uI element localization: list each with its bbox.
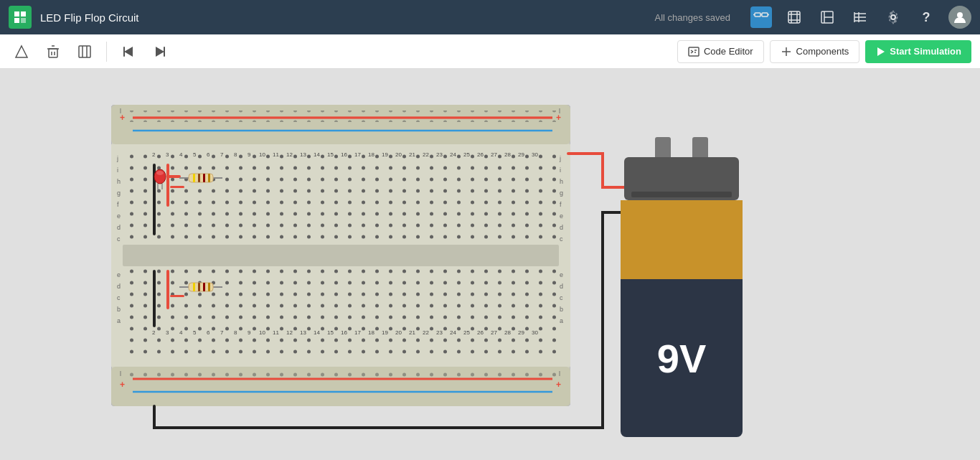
svg-text:+: + (556, 380, 561, 390)
svg-rect-33 (123, 47, 125, 57)
resize-button[interactable] (72, 39, 98, 65)
svg-marker-43 (877, 47, 885, 56)
svg-text:19: 19 (382, 329, 388, 336)
svg-text:28: 28 (504, 329, 511, 336)
user-avatar[interactable] (948, 6, 971, 29)
components-label: Components (796, 46, 849, 57)
breadboard[interactable]: + + l l j i h g f e d c j i h g f e d c … (111, 105, 570, 406)
svg-text:c: c (117, 294, 121, 301)
svg-text:18: 18 (368, 329, 374, 336)
svg-text:j: j (559, 155, 561, 162)
svg-text:h: h (560, 178, 563, 185)
svg-text:29: 29 (518, 329, 524, 336)
code-editor-button[interactable]: Code Editor (677, 40, 764, 63)
svg-text:2: 2 (152, 329, 156, 336)
svg-rect-88 (126, 372, 556, 383)
svg-text:2: 2 (152, 151, 156, 158)
nav-icons: ? (750, 6, 971, 29)
components-button[interactable]: Components (770, 40, 860, 63)
svg-text:16: 16 (341, 329, 347, 336)
svg-text:28: 28 (504, 151, 511, 158)
svg-text:17: 17 (354, 329, 361, 336)
svg-text:26: 26 (477, 151, 484, 158)
add-shape-button[interactable] (9, 39, 34, 65)
svg-text:8: 8 (234, 329, 237, 336)
svg-rect-167 (208, 174, 210, 182)
svg-text:e: e (117, 271, 121, 278)
canvas-area[interactable]: + + l l j i h g f e d c j i h g f e d c … (0, 69, 980, 460)
svg-rect-36 (689, 47, 699, 56)
toolbar: Code Editor Components Start Simulation (0, 34, 980, 69)
svg-text:4: 4 (179, 151, 183, 158)
svg-text:3: 3 (166, 329, 169, 336)
app-logo (9, 6, 32, 29)
svg-text:5: 5 (193, 329, 197, 336)
svg-text:d: d (117, 283, 121, 290)
schematic-icon[interactable] (750, 6, 772, 28)
svg-text:20: 20 (395, 329, 402, 336)
svg-rect-165 (198, 174, 200, 182)
svg-text:22: 22 (423, 329, 429, 336)
svg-text:21: 21 (409, 329, 415, 336)
svg-text:14: 14 (314, 151, 320, 158)
svg-rect-173 (203, 283, 205, 291)
pcb-icon[interactable] (783, 6, 805, 28)
svg-text:19: 19 (382, 151, 388, 158)
svg-text:22: 22 (423, 151, 429, 158)
bom-icon[interactable] (849, 6, 871, 28)
svg-text:h: h (117, 178, 121, 185)
project-title: LED Flip Flop Circuit (40, 11, 646, 24)
svg-text:c: c (560, 294, 563, 301)
svg-text:l: l (120, 108, 121, 115)
svg-rect-152 (166, 164, 169, 207)
svg-text:24: 24 (450, 151, 456, 158)
start-simulation-button[interactable]: Start Simulation (865, 40, 971, 63)
component-list-icon[interactable] (816, 6, 838, 28)
svg-text:7: 7 (220, 329, 224, 336)
delete-button[interactable] (40, 39, 66, 65)
svg-text:15: 15 (327, 151, 334, 158)
svg-rect-35 (164, 47, 165, 57)
svg-text:5: 5 (193, 151, 197, 158)
svg-point-22 (957, 12, 963, 18)
svg-text:30: 30 (532, 151, 538, 158)
svg-text:26: 26 (477, 329, 484, 336)
svg-rect-164 (193, 174, 195, 182)
svg-rect-175 (170, 295, 184, 297)
svg-text:i: i (560, 166, 561, 174)
help-icon[interactable]: ? (915, 6, 937, 28)
svg-marker-23 (16, 46, 27, 57)
svg-rect-4 (755, 13, 760, 17)
svg-rect-172 (198, 283, 200, 291)
svg-text:11: 11 (273, 151, 279, 158)
svg-text:27: 27 (491, 151, 497, 158)
svg-text:3: 3 (166, 151, 169, 158)
toolbar-divider (106, 42, 107, 62)
battery-terminal-neg (655, 137, 671, 157)
svg-text:e: e (560, 212, 563, 220)
svg-rect-9 (788, 11, 800, 23)
svg-marker-34 (156, 47, 164, 57)
svg-text:9: 9 (248, 151, 251, 158)
svg-rect-1 (21, 11, 26, 17)
svg-text:e: e (117, 212, 121, 220)
svg-text:a: a (117, 317, 121, 324)
battery-terminal-pos (692, 137, 708, 157)
battery: 9V (617, 137, 746, 437)
svg-rect-153 (166, 175, 181, 178)
svg-text:25: 25 (463, 329, 470, 336)
svg-text:21: 21 (409, 151, 415, 158)
prev-button[interactable] (116, 39, 141, 65)
svg-text:10: 10 (259, 151, 265, 158)
svg-text:14: 14 (314, 329, 320, 336)
svg-text:l: l (120, 370, 121, 377)
svg-text:18: 18 (368, 151, 374, 158)
next-button[interactable] (147, 39, 173, 65)
svg-rect-48 (123, 245, 559, 266)
settings-icon[interactable] (882, 6, 904, 28)
svg-rect-0 (14, 11, 19, 17)
svg-text:10: 10 (259, 329, 265, 336)
svg-text:12: 12 (286, 151, 293, 158)
svg-text:30: 30 (532, 329, 538, 336)
battery-cap (624, 157, 739, 200)
